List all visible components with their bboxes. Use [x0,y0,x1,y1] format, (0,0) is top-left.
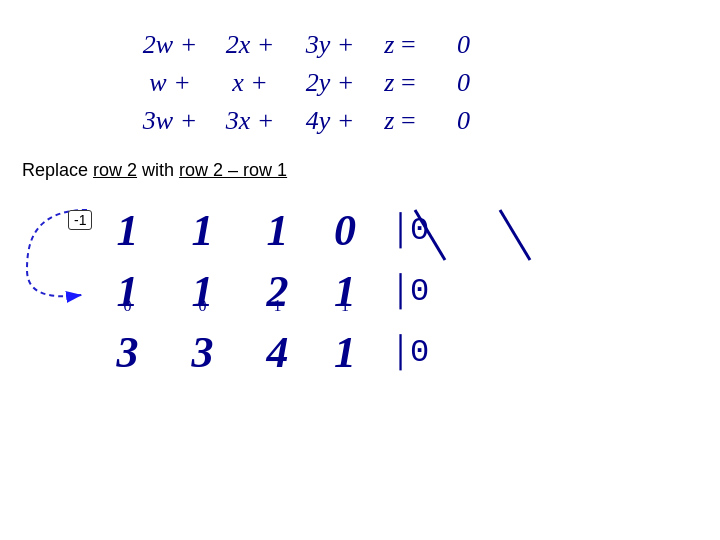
eq1-rhs: 0 [430,30,470,60]
eq1-equals: z = [370,30,430,60]
minus1-badge: -1 [68,210,92,230]
eq1-term1: 2w + [130,30,210,60]
eq2-term3: 2y + [290,68,370,98]
replace-with: with [137,160,179,180]
matrix-row-3: 3 3 4 1 │0 [90,327,700,378]
m-r1-c2: 1 [165,205,240,256]
replace-row2: row 2 [93,160,137,180]
m-r2-c1-small: 0 [124,297,132,315]
m-r1-c4: 0 [315,205,375,256]
eq3-term3: 4y + [290,106,370,136]
m-r3-c2: 3 [165,327,240,378]
eq2-term1: w + [130,68,210,98]
eq2-term2: x + [210,68,290,98]
m-r3-c1: 3 [90,327,165,378]
eq3-rhs: 0 [430,106,470,136]
m-r1-c1: 1 [90,205,165,256]
replace-operation: row 2 – row 1 [179,160,287,180]
matrix-section: 1 1 1 0 │0 1 0 1 0 2 1 1 1 │0 3 3 4 1 │0 [60,205,700,388]
m-r2-aug: │0 [375,273,445,310]
replace-instruction: Replace row 2 with row 2 – row 1 [22,160,287,181]
m-r3-c3: 4 [240,327,315,378]
replace-prefix: Replace [22,160,93,180]
m-r2-c2: 1 0 [165,266,240,317]
m-r2-c1: 1 0 [90,266,165,317]
eq3-equals: z = [370,106,430,136]
m-r1-c3: 1 [240,205,315,256]
equation-row-2: w + x + 2y + z = 0 [130,68,700,98]
eq3-term2: 3x + [210,106,290,136]
m-r2-c3: 2 1 [240,266,315,317]
m-r2-c3-small: 1 [274,297,282,315]
equation-row-1: 2w + 2x + 3y + z = 0 [130,30,700,60]
equation-row-3: 3w + 3x + 4y + z = 0 [130,106,700,136]
eq2-equals: z = [370,68,430,98]
matrix-row-2: 1 0 1 0 2 1 1 1 │0 [90,266,700,317]
m-r1-aug: │0 [375,212,445,249]
eq3-term1: 3w + [130,106,210,136]
m-r2-c2-small: 0 [199,297,207,315]
equations-section: 2w + 2x + 3y + z = 0 w + x + 2y + z = 0 … [130,30,700,144]
m-r3-c4: 1 [315,327,375,378]
eq1-term2: 2x + [210,30,290,60]
eq1-term3: 3y + [290,30,370,60]
m-r2-c4: 1 1 [315,266,375,317]
eq2-rhs: 0 [430,68,470,98]
m-r3-aug: │0 [375,334,445,371]
m-r2-c4-small: 1 [341,297,349,315]
matrix-row-1: 1 1 1 0 │0 [90,205,700,256]
